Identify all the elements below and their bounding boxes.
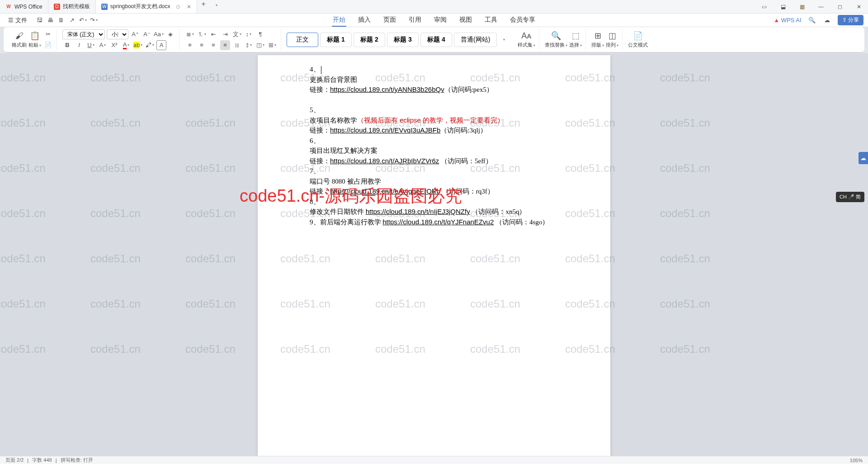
tab-reference[interactable]: 引用 (408, 14, 422, 27)
tab-document[interactable]: W springboot开发文档.docx ⊙ ✕ (96, 0, 197, 13)
line-spacing-icon[interactable]: ‡ (244, 40, 254, 50)
increase-indent-icon[interactable]: ⇥ (220, 29, 230, 39)
tab-review[interactable]: 审阅 (433, 14, 448, 27)
cut-icon[interactable]: ✂ (43, 29, 53, 39)
doc-line[interactable]: 更换后台背景图 (310, 75, 558, 85)
border-icon[interactable]: ⊞ (267, 40, 277, 50)
minimize-button[interactable]: — (812, 0, 830, 13)
clear-format-icon[interactable]: ◈ (165, 29, 175, 39)
font-size-select[interactable]: 小四 (107, 29, 128, 39)
doc-line[interactable]: 链接：https://cloud.189.cn/t/EVvqI3uAJBFb（访… (310, 125, 558, 136)
paste-label[interactable]: 粘贴 (28, 42, 41, 48)
doc-line[interactable]: 4、 (310, 64, 558, 75)
style-h3[interactable]: 标题 3 (387, 33, 419, 47)
search-icon[interactable]: 🔍 (807, 15, 817, 25)
layout-icon[interactable]: ⊞ (591, 31, 604, 41)
shading-button[interactable]: 🖍 (145, 40, 155, 50)
highlight-button[interactable]: ab (133, 40, 143, 50)
style-h2[interactable]: 标题 2 (354, 33, 385, 47)
bold-button[interactable]: B (62, 40, 72, 50)
doc-line[interactable]: 7、 (310, 166, 558, 176)
wps-ai-button[interactable]: ▲ WPS AI (774, 17, 801, 24)
close-icon[interactable]: ✕ (187, 4, 191, 10)
doc-line[interactable] (310, 95, 558, 105)
increase-font-icon[interactable]: A⁺ (130, 29, 140, 39)
status-zoom[interactable]: 105% (850, 458, 863, 463)
tab-tools[interactable]: 工具 (484, 14, 498, 27)
select-icon[interactable]: ⬚ (569, 31, 582, 41)
style-normal-web[interactable]: 普通(网站) (454, 33, 497, 47)
preview-icon[interactable]: 🗎 (56, 15, 66, 25)
arrange-label[interactable]: 排列 (606, 42, 618, 48)
tab-page[interactable]: 页面 (382, 14, 397, 27)
decrease-font-icon[interactable]: A⁻ (142, 29, 152, 39)
tab-menu-button[interactable] (210, 0, 222, 13)
doc-line[interactable]: 6、 (310, 136, 558, 146)
style-set-label[interactable]: 样式集 (518, 42, 535, 48)
change-case-icon[interactable]: Aa (154, 29, 164, 39)
doc-line[interactable]: 端口号 8080 被占用教学 (310, 176, 558, 187)
print-icon[interactable]: 🖶 (45, 15, 55, 25)
doc-line[interactable]: 链接：https://cloud.189.cn/t/AJRbIbVZVr6z （… (310, 156, 558, 166)
doc-line[interactable]: 修改文件日期软件 https://cloud.189.cn/t/nIjEJ3jQ… (310, 207, 558, 217)
side-cloud-button[interactable]: ☁ (859, 152, 868, 164)
superscript-button[interactable]: X² (109, 40, 119, 50)
strikethrough-button[interactable]: A (98, 40, 108, 50)
decrease-indent-icon[interactable]: ⇤ (208, 29, 218, 39)
distribute-icon[interactable]: ⫼ (232, 40, 242, 50)
gov-mode-icon[interactable]: 📄 (633, 31, 643, 41)
italic-button[interactable]: I (74, 40, 84, 50)
tab-member[interactable]: 会员专享 (509, 14, 536, 27)
align-left-icon[interactable]: ≡ (185, 40, 195, 50)
style-body[interactable]: 正文 (287, 33, 318, 47)
doc-line[interactable]: 8、 (310, 197, 558, 207)
win-btn-2[interactable]: ⬓ (774, 0, 792, 13)
char-border-icon[interactable]: A (156, 40, 166, 50)
styles-more-icon[interactable] (499, 35, 509, 45)
align-justify-icon[interactable]: ≡ (220, 40, 230, 50)
show-marks-icon[interactable]: ¶ (255, 29, 265, 39)
maximize-button[interactable]: ◻ (831, 0, 849, 13)
file-menu-button[interactable]: ☰ 文件 (5, 15, 31, 25)
doc-line[interactable]: 链接：https://cloud.189.cn/t/eAVjqqeErQRb （… (310, 186, 558, 197)
save-icon[interactable]: 🖫 (34, 15, 44, 25)
format-brush-icon[interactable]: 🖌 (12, 31, 27, 41)
sort-icon[interactable]: ↕ (244, 29, 254, 39)
tab-insert[interactable]: 插入 (357, 14, 372, 27)
layout-label[interactable]: 排版 (591, 42, 604, 48)
doc-line[interactable]: 链接：https://cloud.189.cn/t/yANNB3b26bQv（访… (310, 85, 558, 95)
tab-wps-office[interactable]: W WPS Office (0, 0, 48, 13)
doc-line[interactable]: 项目出现红叉解决方案 (310, 146, 558, 156)
status-spell[interactable]: 拼写检查: 打开 (61, 457, 93, 464)
style-h1[interactable]: 标题 1 (320, 33, 352, 47)
cloud-icon[interactable]: ☁ (822, 15, 832, 25)
style-h4[interactable]: 标题 4 (420, 33, 452, 47)
status-page[interactable]: 页面 2/2 (5, 457, 24, 464)
font-color-button[interactable]: A (121, 40, 131, 50)
text-direction-icon[interactable]: 文 (232, 29, 242, 39)
copy-icon[interactable]: 📄 (43, 40, 53, 50)
arrange-icon[interactable]: ◫ (606, 31, 618, 41)
number-list-icon[interactable]: ⒈ (197, 29, 207, 39)
align-right-icon[interactable]: ≡ (208, 40, 218, 50)
share-button[interactable]: ⇪ 分享 (838, 15, 863, 25)
align-center-icon[interactable]: ≡ (197, 40, 207, 50)
tab-start[interactable]: 开始 (332, 14, 346, 27)
font-name-select[interactable]: 宋体 (正文) (62, 29, 105, 39)
style-set-icon[interactable]: Aᴀ (521, 31, 532, 41)
doc-line[interactable]: 改项目名称教学（视频后面有 eclipse 的教学，视频一定要看完） (310, 115, 558, 126)
status-words[interactable]: 字数 448 (32, 457, 52, 464)
undo-button[interactable]: ↶ (78, 15, 88, 25)
select-label[interactable]: 选择 (569, 42, 582, 48)
document-page[interactable]: 4、更换后台背景图链接：https://cloud.189.cn/t/yANNB… (258, 55, 610, 457)
export-icon[interactable]: ↗ (67, 15, 77, 25)
redo-button[interactable]: ↷ (89, 15, 99, 25)
win-btn-3[interactable]: ▦ (793, 0, 811, 13)
tab-template[interactable]: D 找稻壳模板 (48, 0, 96, 13)
underline-button[interactable]: U (86, 40, 96, 50)
doc-line[interactable]: 9、前后端分离运行教学 https://cloud.189.cn/t/qYJFn… (310, 217, 558, 227)
tab-view[interactable]: 视图 (458, 14, 473, 27)
win-btn-1[interactable]: ▭ (755, 0, 773, 13)
fill-color-icon[interactable]: ◫ (255, 40, 265, 50)
find-icon[interactable]: 🔍 (545, 31, 567, 41)
